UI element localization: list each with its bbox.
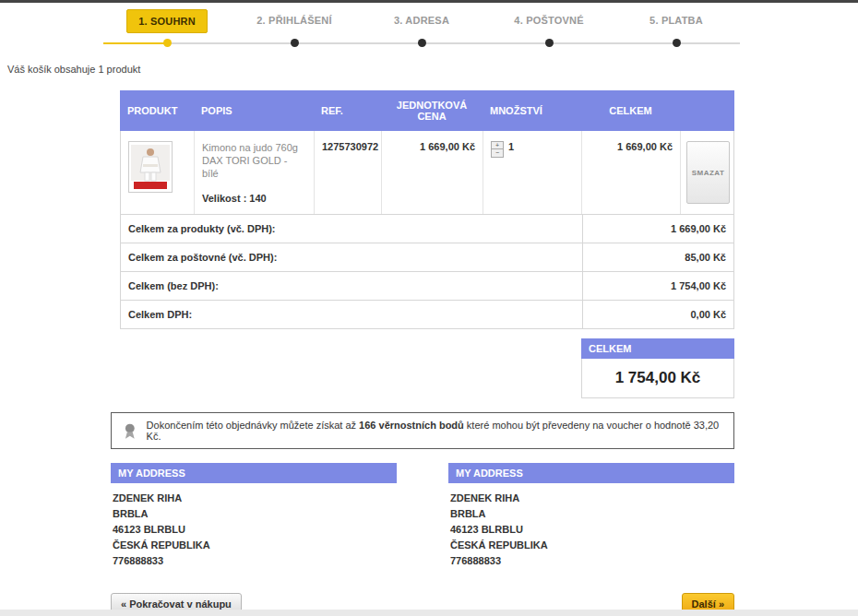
loyalty-text-prefix: Dokončením této objednávky můžete získat… — [147, 420, 360, 431]
product-name[interactable]: Kimono na judo 760g DAX TORI GOLD - bílé — [202, 141, 306, 180]
bottom-border — [0, 610, 858, 616]
invoice-address-block: MY ADDRESS ZDENEK RIHA BRBLA 46123 BLRBL… — [448, 463, 734, 569]
totals-row-shipping: Celkem za poštovné (vč. DPH): 85,00 Kč — [121, 243, 733, 271]
address-line: 776888833 — [113, 553, 395, 569]
header-ref: REF. — [314, 90, 381, 131]
grand-total-value: 1 754,00 Kč — [581, 359, 734, 398]
address-line: ČESKÁ REPUBLIKA — [450, 538, 733, 553]
address-title: MY ADDRESS — [448, 463, 734, 483]
step-label: 1. SOUHRN — [126, 9, 208, 33]
address-line: ZDENEK RIHA — [113, 491, 395, 506]
header-total: CELKEM — [581, 90, 680, 131]
product-thumbnail[interactable] — [128, 141, 173, 193]
product-row: Kimono na judo 760g DAX TORI GOLD - bílé… — [121, 131, 733, 214]
addresses-section: MY ADDRESS ZDENEK RIHA BRBLA 46123 BLRBL… — [111, 463, 734, 569]
checkout-stepper: 1. SOUHRN 2. PŘIHLÁŠENÍ 3. ADRESA 4. POŠ… — [103, 9, 740, 48]
judo-kimono-image — [129, 142, 172, 192]
product-unit-price: 1 669,00 Kč — [382, 131, 483, 214]
top-border — [0, 0, 858, 3]
quantity-up-icon[interactable]: + — [491, 141, 504, 149]
header-quantity: MNOŽSTVÍ — [483, 90, 581, 131]
address-line: BRBLA — [450, 506, 733, 522]
totals-row-tax: Celkem DPH: 0,00 Kč — [121, 300, 733, 328]
totals-label: Celkem (bez DPH): — [121, 272, 582, 300]
step-label: 5. PLATBA — [638, 9, 714, 31]
loyalty-points: 166 věrnostních bodů — [359, 420, 464, 431]
address-line: ZDENEK RIHA — [450, 491, 733, 506]
quantity-down-icon[interactable]: − — [491, 149, 504, 158]
address-line: 46123 BLRBLU — [113, 522, 395, 538]
header-description: POPIS — [194, 90, 314, 131]
step-dot-2 — [291, 39, 299, 47]
step-dot-5 — [673, 39, 681, 47]
order-table: PRODUKT POPIS REF. JEDNOTKOVÁ CENA MNOŽS… — [120, 90, 734, 398]
header-unit-price: JEDNOTKOVÁ CENA — [381, 90, 483, 131]
step-item-adresa[interactable]: 3. ADRESA — [358, 9, 485, 33]
quantity-value: 1 — [508, 141, 514, 152]
product-ref: 1275730972 — [315, 131, 382, 214]
step-dot-1 — [163, 39, 172, 47]
step-dot-4 — [545, 39, 554, 47]
product-size: Velikost : 140 — [202, 193, 306, 204]
step-item-prihlaseni[interactable]: 2. PŘIHLÁŠENÍ — [231, 9, 358, 33]
delivery-address-block: MY ADDRESS ZDENEK RIHA BRBLA 46123 BLRBL… — [111, 463, 397, 569]
step-label: 4. POŠTOVNÉ — [503, 9, 594, 31]
step-item-platba[interactable]: 5. PLATBA — [613, 9, 740, 33]
address-line: BRBLA — [113, 506, 395, 522]
step-item-postovne[interactable]: 4. POŠTOVNÉ — [485, 9, 613, 33]
address-line: 46123 BLRBLU — [450, 522, 733, 538]
progress-track — [103, 39, 740, 48]
quantity-stepper-icon[interactable]: + − — [491, 141, 504, 158]
grand-total-row: CELKEM 1 754,00 Kč — [120, 338, 734, 398]
grand-total-header: CELKEM — [581, 338, 734, 359]
product-actions-cell: SMAZAT — [681, 131, 735, 214]
totals-label: Celkem za produkty (vč. DPH): — [121, 215, 582, 243]
totals-value: 85,00 Kč — [582, 243, 733, 271]
product-description-cell: Kimono na judo 760g DAX TORI GOLD - bílé… — [195, 131, 315, 214]
step-label: 2. PŘIHLÁŠENÍ — [245, 9, 342, 31]
totals-value: 0,00 Kč — [582, 301, 733, 328]
loyalty-award-icon — [121, 421, 139, 440]
loyalty-text: Dokončením této objednávky můžete získat… — [147, 420, 724, 442]
totals-value: 1 669,00 Kč — [582, 215, 733, 243]
totals-row-products: Celkem za produkty (vč. DPH): 1 669,00 K… — [121, 214, 733, 243]
header-product: PRODUKT — [120, 90, 194, 131]
address-title: MY ADDRESS — [111, 463, 397, 483]
step-dot-3 — [418, 39, 426, 47]
product-line-total: 1 669,00 Kč — [582, 131, 681, 214]
totals-label: Celkem za poštovné (vč. DPH): — [121, 243, 582, 271]
step-item-souhrn[interactable]: 1. SOUHRN — [103, 9, 231, 33]
totals-value: 1 754,00 Kč — [582, 272, 733, 300]
table-header-row: PRODUKT POPIS REF. JEDNOTKOVÁ CENA MNOŽS… — [120, 90, 734, 131]
delete-button[interactable]: SMAZAT — [686, 141, 731, 204]
cart-summary-text: Váš košík obsahuje 1 produkt — [7, 64, 858, 75]
address-line: 776888833 — [450, 553, 733, 569]
loyalty-notice: Dokončením této objednávky můžete získat… — [111, 412, 734, 449]
totals-row-without-tax: Celkem (bez DPH): 1 754,00 Kč — [121, 271, 733, 300]
totals-label: Celkem DPH: — [121, 301, 582, 328]
step-label: 3. ADRESA — [383, 9, 460, 31]
address-line: ČESKÁ REPUBLIKA — [113, 538, 395, 553]
header-actions — [680, 90, 734, 131]
product-quantity-cell: + − 1 — [483, 131, 582, 214]
product-image-cell — [121, 131, 195, 214]
